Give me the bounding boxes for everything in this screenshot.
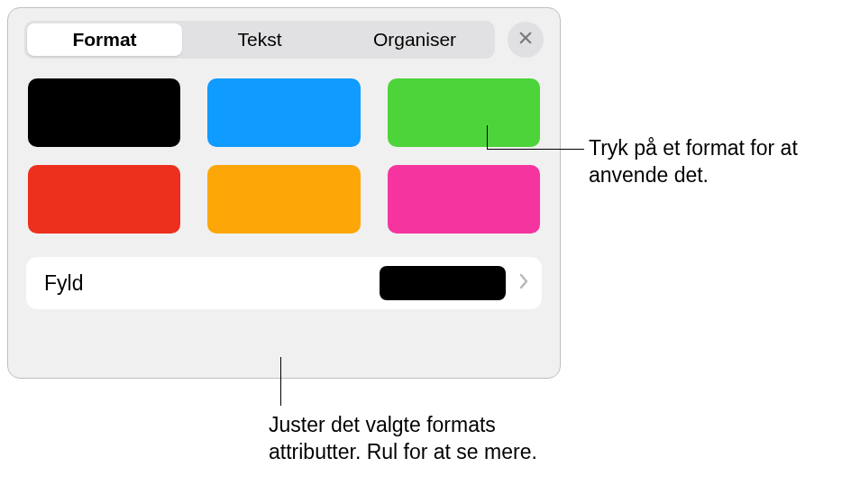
format-panel: Format Tekst Organiser Fyld: [7, 7, 561, 379]
color-swatch-grid: [24, 78, 544, 234]
tab-organiser[interactable]: Organiser: [337, 23, 492, 56]
color-swatch[interactable]: [207, 165, 360, 234]
close-icon: [517, 30, 534, 50]
color-swatch[interactable]: [207, 78, 360, 147]
tab-tekst[interactable]: Tekst: [182, 23, 337, 56]
callout-apply-format: Tryk på et format for at anvende det.: [589, 135, 823, 189]
color-swatch[interactable]: [28, 165, 180, 234]
fill-label: Fyld: [44, 271, 380, 296]
tab-format[interactable]: Format: [27, 23, 182, 56]
color-swatch[interactable]: [28, 78, 180, 147]
callout-leader: [487, 149, 584, 150]
callout-leader: [280, 357, 281, 406]
tab-bar: Format Tekst Organiser: [24, 21, 495, 59]
color-swatch[interactable]: [388, 165, 540, 234]
tab-label: Organiser: [373, 29, 456, 50]
tab-label: Format: [72, 29, 136, 50]
panel-header: Format Tekst Organiser: [24, 21, 544, 59]
chevron-right-icon: [518, 272, 529, 294]
tab-label: Tekst: [237, 29, 281, 50]
callout-leader: [487, 125, 488, 150]
fill-row[interactable]: Fyld: [26, 257, 542, 309]
fill-color-preview: [380, 266, 506, 300]
color-swatch[interactable]: [388, 78, 540, 147]
close-button[interactable]: [508, 22, 544, 58]
callout-adjust-attributes: Juster det valgte formats attributter. R…: [269, 412, 557, 466]
